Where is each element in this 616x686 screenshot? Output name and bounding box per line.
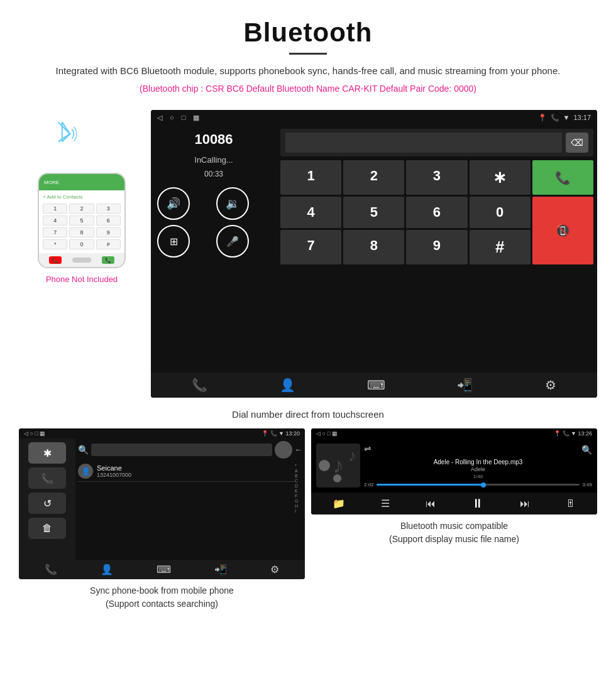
dialer-input-row: ⌫ [280,129,593,156]
numkey-9[interactable]: 9 [406,230,467,264]
numkey-4[interactable]: 4 [280,197,341,228]
top-section: MORE + Add to Contacts 1 2 3 4 5 6 7 8 9… [0,110,616,398]
phone-key-2[interactable]: 2 [69,204,94,214]
time-elapsed: 2:02 [364,482,374,487]
music-top-row: ⇌ 🔍 [364,444,592,456]
phone-not-included-label: Phone Not Included [46,275,118,284]
pb-contact-icon[interactable]: 👤 [101,564,113,575]
bottom-screenshots: ◁ ○ □ ▦ 📍 📞 ▼ 13:20 ✱ 📞 ↺ 🗑 🔍 ← [0,428,616,611]
pb-main: 🔍 ← 👤 Seicane 13241007000 [75,438,305,560]
dialer-left-panel: 10086 InCalling... 00:33 🔊 🔉 ⊞ 🎤 [151,125,277,370]
pb-settings-icon[interactable]: ⚙ [270,564,279,575]
title-divider [289,53,327,55]
delete-sidebar-icon[interactable]: 🗑 [28,518,66,539]
music-status-right: 📍 📞 ▼ 13:26 [554,430,592,437]
equalizer-icon[interactable]: 🎚 [566,498,576,509]
shuffle-icon[interactable]: ⇌ [364,444,371,454]
mute-button[interactable]: 🎤 [216,225,249,258]
volume-up-button[interactable]: 🔊 [157,187,190,220]
phone-key-8[interactable]: 8 [69,227,94,237]
numkey-0[interactable]: 0 [470,197,531,228]
numpad-grid: 1 2 3 ∗ 📞 4 5 6 0 📵 7 8 9 # [277,160,597,264]
phone-bottom-bar: 📞 📞 [39,253,124,267]
pb-contact-row[interactable]: 👤 Seicane 13241007000 [78,461,295,482]
numkey-2[interactable]: 2 [343,160,404,195]
transfer-button[interactable]: ⊞ [157,225,190,258]
bt-sidebar-icon[interactable]: ✱ [28,442,66,464]
contact-number: 13241007000 [97,472,131,478]
call-status: InCalling... [157,155,270,165]
page-specs: (Bluetooth chip : CSR BC6 Default Blueto… [38,84,578,94]
phone-menu-label: MORE [44,180,59,185]
end-call-button[interactable]: 📞 [49,256,62,264]
track-count: 1/48 [364,474,592,479]
music-status-bar: ◁ ○ □ ▦ 📍 📞 ▼ 13:26 [311,428,597,438]
prev-track-button[interactable]: ⏮ [426,498,436,509]
transfer-call-icon[interactable]: 📲 [457,378,473,393]
phonebook-screenshot: ◁ ○ □ ▦ 📍 📞 ▼ 13:20 ✱ 📞 ↺ 🗑 🔍 ← [19,428,305,579]
contacts-icon[interactable]: 👤 [280,378,295,393]
next-track-button[interactable]: ⏭ [520,498,530,509]
phone-key-1[interactable]: 1 [43,204,67,214]
wifi-icon: ▼ [563,114,570,121]
dialer-number: 10086 [157,131,270,148]
folder-icon[interactable]: 📁 [333,498,345,509]
pb-keypad-icon[interactable]: ⌨ [157,564,171,575]
volume-down-button[interactable]: 🔉 [216,187,249,220]
phone-key-9[interactable]: 9 [96,227,121,237]
music-info: ⇌ 🔍 Adele - Rolling In the Deep.mp3 Adel… [364,444,592,487]
phone-side: MORE + Add to Contacts 1 2 3 4 5 6 7 8 9… [19,110,145,284]
phone-key-4[interactable]: 4 [43,215,67,226]
back-icon: ◁ [157,114,162,122]
end-call-button-main[interactable]: 📵 [532,197,593,264]
phone-key-hash[interactable]: # [96,239,121,249]
numkey-5[interactable]: 5 [343,197,404,228]
pb-mic-circle[interactable] [275,441,292,459]
backspace-button[interactable]: ⌫ [566,133,588,153]
keypad-icon[interactable]: ⌨ [367,378,385,393]
numkey-hash[interactable]: # [470,230,531,264]
phone-key-6[interactable]: 6 [96,215,121,226]
bluetooth-icon-area [50,110,113,166]
numkey-6[interactable]: 6 [406,197,467,228]
pb-body: ✱ 📞 ↺ 🗑 🔍 ← 👤 [19,438,305,560]
phone-screen: + Add to Contacts 1 2 3 4 5 6 7 8 9 * 0 … [39,190,124,253]
phone-key-0[interactable]: 0 [69,239,94,249]
music-progress-bar[interactable] [377,484,580,486]
phone-key-star[interactable]: * [43,239,67,249]
pb-bottom-bar: 📞 👤 ⌨ 📲 ⚙ [19,560,305,579]
search-icon[interactable]: 🔍 [78,445,89,455]
music-progress-fill [377,484,487,486]
bluetooth-symbol-icon [50,110,82,154]
pb-transfer-icon[interactable]: 📲 [214,564,227,575]
music-note-sm-icon: ♪ [348,446,356,466]
music-progress-area: 2:02 3:49 [364,482,592,487]
dialer-bottom-bar: 📞 👤 ⌨ 📲 ⚙ [151,373,597,398]
phone-sidebar-icon[interactable]: 📞 [28,467,66,489]
numkey-8[interactable]: 8 [343,230,404,264]
progress-scrubber[interactable] [481,482,486,487]
pb-search-input[interactable] [91,444,272,456]
numkey-star[interactable]: ∗ [470,160,531,195]
pb-back-button[interactable]: ← [295,445,302,454]
numkey-1[interactable]: 1 [280,160,341,195]
sync-sidebar-icon[interactable]: ↺ [28,493,66,514]
calls-icon[interactable]: 📞 [192,378,207,393]
numkey-3[interactable]: 3 [406,160,467,195]
play-pause-button[interactable]: ⏸ [471,496,484,511]
dialer-input-field[interactable] [285,133,562,153]
music-search-icon[interactable]: 🔍 [581,445,592,455]
music-controls-bar: 📁 ☰ ⏮ ⏸ ⏭ 🎚 [311,493,597,514]
page-description: Integrated with BC6 Bluetooth module, su… [38,63,578,79]
status-bar-right: 📍 📞 ▼ 13:17 [538,114,591,122]
phone-key-5[interactable]: 5 [69,215,94,226]
numkey-7[interactable]: 7 [280,230,341,264]
pb-calls-icon[interactable]: 📞 [45,564,57,575]
phone-key-7[interactable]: 7 [43,227,67,237]
answer-call-button[interactable]: 📞 [532,160,593,195]
playlist-icon[interactable]: ☰ [381,498,390,509]
call-button[interactable]: 📞 [102,256,114,264]
settings-icon[interactable]: ⚙ [545,378,556,393]
phone-key-3[interactable]: 3 [96,204,121,214]
phone-home-button [72,258,91,263]
